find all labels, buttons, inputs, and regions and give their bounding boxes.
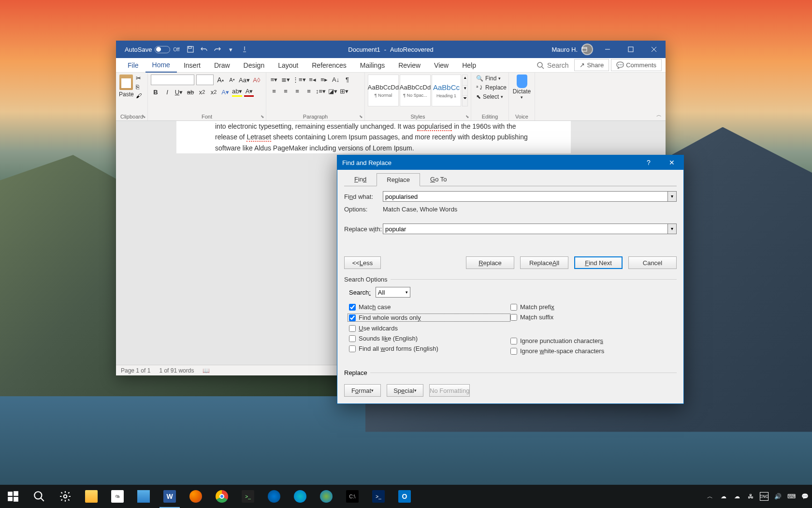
terminal-button[interactable]: >_ [235,485,261,508]
tab-view[interactable]: View [427,58,455,73]
page[interactable]: into electronic typesetting, remaining e… [176,121,571,153]
sounds-like-checkbox[interactable]: Sounds like (English) [349,335,510,342]
edge-beta-button[interactable] [287,485,313,508]
collapse-ribbon-icon[interactable]: ︿ [656,111,662,119]
tab-draw[interactable]: Draw [207,58,237,73]
start-button[interactable] [0,485,26,508]
align-center-icon[interactable]: ≡ [281,86,290,96]
style-nospacing[interactable]: AaBbCcDd ¶ No Spac... [400,75,431,106]
action-center-icon[interactable]: 💬 [800,492,809,501]
tab-file[interactable]: File [121,58,145,73]
minimize-button[interactable] [596,41,619,58]
styles-down-icon[interactable]: ▾ [463,85,467,96]
special-button[interactable]: Special ▾ [387,384,423,397]
touch-mode-icon[interactable] [241,45,248,53]
numbering-icon[interactable]: ≣▾ [281,75,290,84]
multilevel-icon[interactable]: ⋮≡▾ [292,75,306,84]
edge-dev-button[interactable] [313,485,339,508]
tab-find-dialog[interactable]: Find [344,173,377,186]
clipboard-dialog-launcher[interactable]: ⬊ [142,114,146,119]
font-size-input[interactable] [196,75,214,85]
match-prefix-checkbox[interactable]: Match prefix [510,303,672,311]
change-case-icon[interactable]: Aa▾ [239,75,250,85]
styles-up-icon[interactable]: ▴ [463,75,467,85]
bullets-icon[interactable]: ≡▾ [269,75,279,84]
save-icon[interactable] [187,45,194,53]
grow-font-icon[interactable]: A▴ [216,75,225,85]
tab-help[interactable]: Help [455,58,483,73]
settings-taskbar-button[interactable] [52,485,78,508]
paragraph-dialog-launcher[interactable]: ⬊ [359,114,363,119]
dialog-title-bar[interactable]: Find and Replace ? ✕ [337,155,683,170]
font-color-icon[interactable]: A▾ [244,87,254,97]
subscript-icon[interactable]: x2 [197,87,207,97]
comments-button[interactable]: 💬Comments [611,59,662,71]
dialog-close-button[interactable]: ✕ [660,155,683,170]
search-box[interactable]: Search [533,61,572,69]
photos-button[interactable] [130,485,157,508]
ignore-punctuation-checkbox[interactable]: Ignore punctuation characters [510,337,672,344]
style-normal[interactable]: AaBbCcDd ¶ Normal [368,75,399,106]
maximize-button[interactable] [619,41,642,58]
share-button[interactable]: ↗Share [574,59,609,71]
decrease-indent-icon[interactable]: ≡◂ [308,75,318,84]
powershell-button[interactable]: >_ [365,485,392,508]
language-icon[interactable]: ENG [760,492,768,501]
tray-chevron-icon[interactable]: ︿ [706,492,714,501]
help-button[interactable]: ? [637,155,660,170]
outlook-button[interactable]: O [392,485,418,508]
volume-icon[interactable]: 🔊 [773,492,782,501]
replace-with-input[interactable] [383,224,668,234]
onedrive-icon[interactable]: ☁ [719,492,728,501]
increase-indent-icon[interactable]: ≡▸ [319,75,329,84]
dropdown-icon[interactable]: ▾ [227,45,235,53]
autosave-toggle[interactable]: AutoSave Off [125,46,180,53]
underline-icon[interactable]: U▾ [174,87,184,97]
firefox-button[interactable] [183,485,209,508]
superscript-icon[interactable]: x2 [209,87,218,97]
keyboard-icon[interactable]: ⌨ [787,492,796,501]
tab-review[interactable]: Review [392,58,427,73]
page-count[interactable]: Page 1 of 1 [121,367,150,374]
wildcards-checkbox[interactable]: Use wildcards [349,325,510,332]
style-heading1[interactable]: AaBbCc Heading 1 [432,75,461,106]
store-button[interactable]: 🛍 [104,485,130,508]
find-what-input[interactable] [383,191,668,202]
match-suffix-checkbox[interactable]: Match suffix [510,314,672,321]
tab-mailings[interactable]: Mailings [353,58,392,73]
tab-replace-dialog[interactable]: Replace [377,173,420,186]
show-marks-icon[interactable]: ¶ [343,75,352,84]
cmd-button[interactable]: C:\ [339,485,365,508]
dictate-button[interactable]: Dictate ▾ [512,75,532,100]
replace-button-dialog[interactable]: Replace [466,256,514,269]
select-button[interactable]: ⬉Select▾ [474,93,506,101]
ignore-whitespace-checkbox[interactable]: Ignore white-space characters [510,347,672,355]
whole-words-checkbox[interactable]: Find whole words only [348,314,510,322]
redo-icon[interactable] [214,45,221,53]
search-taskbar-button[interactable] [26,485,52,508]
title-bar[interactable]: AutoSave Off ▾ Document1 - AutoRecovered… [116,41,666,58]
onedrive-icon-2[interactable]: ☁ [733,492,741,501]
borders-icon[interactable]: ⊞▾ [339,86,349,96]
tab-home[interactable]: Home [145,58,177,73]
undo-icon[interactable] [200,45,208,53]
cut-icon[interactable]: ✂ [136,75,142,82]
text-effects-icon[interactable]: A▾ [220,87,230,97]
sort-icon[interactable]: A↓ [331,75,341,84]
replace-all-button[interactable]: Replace All [520,256,568,269]
match-case-checkbox[interactable]: Match case [349,303,510,311]
clear-formatting-icon[interactable]: A◊ [252,75,261,85]
justify-icon[interactable]: ≡ [304,86,314,96]
close-button[interactable] [642,41,666,58]
spelling-icon[interactable]: 📖 [203,367,210,374]
copy-icon[interactable]: ⎘ [136,84,142,90]
styles-more-icon[interactable]: ⏷ [463,95,467,106]
word-count[interactable]: 1 of 91 words [159,367,194,374]
word-taskbar-button[interactable]: W [157,485,183,508]
search-direction-dropdown[interactable]: All ▾ [376,287,410,298]
replace-dropdown-icon[interactable]: ▾ [668,224,677,234]
find-button[interactable]: 🔍Find▾ [474,75,506,82]
tab-goto-dialog[interactable]: Go To [420,173,457,186]
paste-button[interactable]: Paste [119,75,134,99]
toggle-icon[interactable] [155,46,170,53]
